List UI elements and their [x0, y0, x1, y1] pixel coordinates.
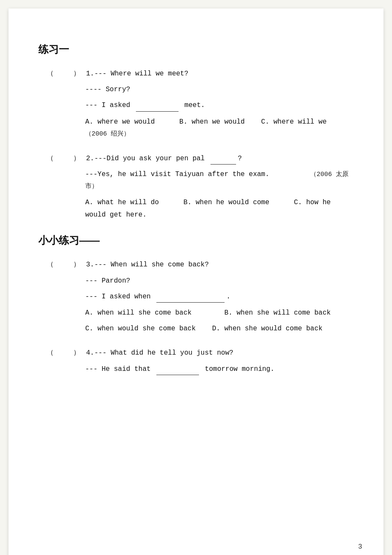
- q3-option-ab: A. when will she come back B. when she w…: [47, 307, 354, 319]
- q4-paren-close: ）: [73, 347, 80, 359]
- q2-paren: （ ） 2.: [47, 153, 94, 165]
- section1-title: 练习一: [38, 43, 354, 56]
- q2-text: ---Did you ask your pen pal ?: [94, 153, 354, 165]
- q1-paren-close: ）: [73, 68, 80, 80]
- q3-paren-open: （: [47, 259, 54, 271]
- q3-dialogue-2: --- Pardon?: [47, 275, 354, 287]
- q4-paren: （ ） 4.: [47, 347, 94, 359]
- q1-number: 1.: [82, 68, 94, 80]
- q1-blank: [136, 105, 179, 112]
- question-4: （ ） 4. --- What did he tell you just now…: [38, 347, 354, 375]
- q2-options: A. what he will do B. when he would come…: [47, 197, 354, 221]
- q2-number: 2.: [82, 153, 94, 165]
- q1-text: --- Where will we meet?: [94, 68, 354, 80]
- q4-text: --- What did he tell you just now?: [94, 347, 354, 359]
- question-2: （ ） 2. ---Did you ask your pen pal ? ---…: [38, 153, 354, 221]
- q2-blank: [210, 158, 236, 165]
- q1-main-line: （ ） 1. --- Where will we meet?: [47, 68, 354, 80]
- q4-number: 4.: [82, 347, 94, 359]
- q1-source: （2006 绍兴）: [85, 130, 130, 138]
- q2-dialogue-2: ---Yes, he will visit Taiyuan after the …: [47, 169, 354, 192]
- q3-main-line: （ ） 3. --- When will she come back?: [47, 259, 354, 271]
- question-3: （ ） 3. --- When will she come back? --- …: [38, 259, 354, 335]
- section2-title: 小小练习——: [38, 234, 354, 247]
- q2-paren-close: ）: [73, 153, 80, 165]
- q3-number: 3.: [82, 259, 94, 271]
- q3-paren-close: ）: [73, 259, 80, 271]
- q4-dialogue-2: --- He said that tomorrow morning.: [47, 364, 354, 375]
- q4-blank: [156, 368, 199, 375]
- q3-text: --- When will she come back?: [94, 259, 354, 271]
- q4-paren-space: [55, 347, 72, 359]
- q2-paren-open: （: [47, 153, 54, 165]
- q3-blank: [156, 296, 225, 303]
- q4-paren-open: （: [47, 347, 54, 359]
- page-number: 3: [358, 543, 362, 551]
- q1-paren-open: （: [47, 68, 54, 80]
- question-1: （ ） 1. --- Where will we meet? ---- Sorr…: [38, 68, 354, 140]
- q2-source: （2006 太原市）: [85, 171, 349, 190]
- q1-dialogue-2: ---- Sorry?: [47, 84, 354, 95]
- q1-paren: （ ） 1.: [47, 68, 94, 80]
- q2-paren-space: [55, 153, 72, 165]
- q1-options: A. where we would B. when we would C. wh…: [47, 116, 354, 141]
- q3-paren-space: [55, 259, 72, 271]
- q3-dialogue-3: --- I asked when .: [47, 291, 354, 303]
- q1-paren-space: [55, 68, 72, 80]
- q3-paren: （ ） 3.: [47, 259, 94, 271]
- q3-option-cd: C. when would she come back D. when she …: [47, 323, 354, 335]
- q1-dialogue-3: --- I asked meet.: [47, 100, 354, 111]
- q4-main-line: （ ） 4. --- What did he tell you just now…: [47, 347, 354, 359]
- page: 练习一 （ ） 1. --- Where will we meet? ---- …: [9, 9, 383, 555]
- q2-main-line: （ ） 2. ---Did you ask your pen pal ?: [47, 153, 354, 165]
